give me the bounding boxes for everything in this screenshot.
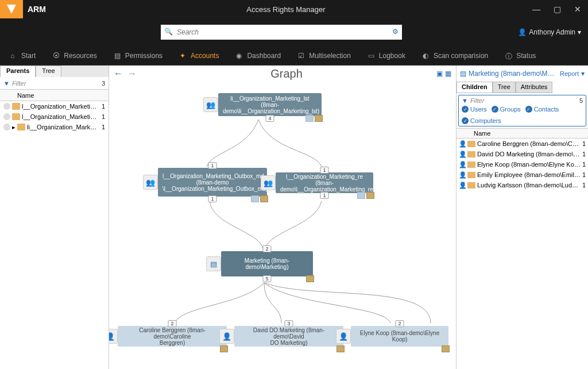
user-icon: 👤 — [518, 28, 527, 36]
user-menu[interactable]: 👤 Anthony Admin ▾ — [518, 28, 581, 36]
folder-icon — [467, 172, 475, 178]
right-title: Marketing (8man-demo\Ma… — [469, 70, 558, 78]
minimize-button[interactable]: — — [526, 0, 547, 18]
group-icon — [3, 124, 10, 130]
tab-parents[interactable]: Parents — [0, 66, 36, 77]
user-icon: 👤 — [219, 329, 234, 344]
chip-icon — [315, 115, 323, 122]
tab-children[interactable]: Children — [457, 82, 493, 93]
group-icon: 👥 — [261, 175, 276, 190]
nav-dashboard[interactable]: ◉Dashboard — [233, 49, 284, 62]
back-arrow-icon[interactable]: ← — [114, 68, 123, 79]
nav-permissions[interactable]: ▤Permissions — [111, 49, 166, 62]
tab-tree-right[interactable]: Tree — [493, 82, 516, 93]
graph-node-elyne[interactable]: 👤 2 Elyne Koop (8man-demo\Elyne Koop) — [351, 326, 448, 347]
chip-icon — [442, 345, 450, 352]
graph-tool-1-icon[interactable]: ▣ — [436, 70, 443, 78]
graph-node-re[interactable]: 👥 1 l__Organization_Marketing_re (8man-d… — [276, 172, 373, 193]
graph-panel: ← → Graph ▣ ▦ 👥 li__O — [109, 66, 456, 369]
graph-title: Graph — [137, 67, 436, 80]
user-icon: 👤 — [459, 151, 466, 158]
maximize-button[interactable]: ▢ — [547, 0, 567, 18]
node-child-count: 4 — [265, 115, 274, 122]
nav-logbook[interactable]: ▭Logbook — [365, 49, 409, 62]
filter-input-right[interactable]: Filter — [470, 97, 484, 104]
report-link[interactable]: Report — [560, 70, 579, 77]
table-row[interactable]: 👤Ludvig Karlsson (8man-demo\Ludvig…1 — [457, 180, 588, 190]
app-logo — [0, 0, 23, 18]
graph-node-marketing[interactable]: ▤ 2 Marketing (8man-demo\Marketing) 5 — [221, 251, 313, 276]
tab-attributes[interactable]: Attributes — [516, 82, 552, 93]
app-name: ARM — [28, 5, 46, 14]
user-icon: 👤 — [459, 171, 466, 179]
filter-count: 3 — [102, 80, 105, 87]
graph-node-outbox[interactable]: 👥 1 l__Organization_Marketing_Outbox_md(… — [158, 168, 267, 197]
nav-accounts[interactable]: ✦Accounts — [176, 49, 222, 62]
list-item[interactable]: l__Organization_Marketing_…1 — [0, 101, 109, 112]
folder-icon — [12, 103, 20, 110]
filter-icon: ▼ — [462, 97, 468, 104]
table-row[interactable]: 👤David DO Marketing (8man-demo\Da…1 — [457, 149, 588, 159]
folder-icon — [17, 124, 25, 130]
group-icon — [3, 103, 10, 110]
folder-icon — [467, 141, 475, 147]
gear-icon[interactable]: ⚙ — [392, 28, 399, 36]
node-child-count: 5 — [262, 275, 271, 282]
node-parent-count: 3 — [284, 320, 293, 327]
forward-arrow-icon[interactable]: → — [127, 68, 137, 79]
node-child-count: 1 — [208, 195, 216, 202]
search-input[interactable] — [161, 25, 402, 40]
list-item[interactable]: l__Organization_Marketing_…1 — [0, 112, 109, 122]
nav-start[interactable]: ⌂Start — [7, 49, 39, 62]
left-header: Name — [0, 90, 109, 101]
chip-icon — [306, 275, 314, 282]
tab-tree[interactable]: Tree — [36, 66, 61, 77]
chip-icon — [305, 115, 314, 122]
chip-contacts[interactable]: ✓Contacts — [525, 106, 559, 113]
node-parent-count: 1 — [208, 162, 216, 169]
table-row[interactable]: 👤Caroline Berggren (8man-demo\Caroli…1 — [457, 139, 588, 149]
titlebar: ARM Access Rights Manager — ▢ ✕ — [0, 0, 588, 18]
nav-status[interactable]: ⓘStatus — [502, 49, 539, 62]
node-child-count: 1 — [320, 192, 328, 199]
chip-icon — [357, 192, 365, 199]
chevron-down-icon[interactable]: ▾ — [581, 70, 585, 78]
server-icon: ▤ — [460, 70, 466, 78]
server-icon: ▤ — [206, 256, 221, 271]
chip-groups[interactable]: ✓Groups — [492, 106, 521, 113]
window-title: Access Rights Manager — [46, 5, 526, 14]
expand-icon[interactable]: ▸ — [12, 124, 16, 131]
table-row[interactable]: 👤Elyne Koop (8man-demo\Elyne Koop)1 — [457, 159, 588, 170]
right-header: Name — [457, 128, 588, 139]
user-icon: 👤 — [459, 140, 466, 148]
nav-resources[interactable]: ⦿Resources — [49, 49, 100, 62]
graph-node-caroline[interactable]: 👤 2 Caroline Berggren (8man-demo\Carolin… — [118, 326, 227, 347]
graph-node-david[interactable]: 👤 3 David DO Marketing (8man-demo\DavidD… — [234, 326, 343, 347]
node-parent-count: 2 — [395, 320, 404, 327]
filter-input-left[interactable]: Filter — [12, 80, 26, 87]
chip-users[interactable]: ✓Users — [462, 106, 487, 113]
group-icon — [3, 113, 10, 120]
filter-icon: ▼ — [3, 80, 10, 87]
graph-node-top[interactable]: 👥 li__Organization_Marketing_lst (8man-d… — [218, 93, 322, 116]
left-panel: Parents Tree ▼ Filter 3 Name l__Organiza… — [0, 66, 109, 369]
nav-scan-comparision[interactable]: ◐Scan comparision — [419, 49, 492, 62]
folder-icon — [467, 151, 475, 157]
folder-icon — [12, 113, 20, 120]
nav-bar: ⌂Start ⦿Resources ▤Permissions ✦Accounts… — [0, 46, 588, 66]
graph-tool-2-icon[interactable]: ▦ — [445, 70, 451, 78]
search-icon: 🔍 — [164, 28, 173, 36]
chip-icon — [251, 195, 259, 202]
node-parent-count: 2 — [168, 320, 176, 327]
close-button[interactable]: ✕ — [567, 0, 588, 18]
node-parent-count: 1 — [320, 167, 328, 174]
chip-icon — [220, 345, 228, 352]
nav-multiselection[interactable]: ☑Multiselection — [295, 49, 354, 62]
list-item[interactable]: ▸li__Organization_Marketing…1 — [0, 122, 109, 132]
user-icon: 👤 — [459, 161, 466, 168]
search-row: 🔍 ⚙ 👤 Anthony Admin ▾ — [0, 18, 588, 46]
chip-computers[interactable]: ✓Computers — [462, 117, 501, 124]
group-icon: 👥 — [203, 97, 218, 112]
folder-icon — [467, 182, 475, 189]
table-row[interactable]: 👤Emily Employee (8man-demo\Emily E…1 — [457, 170, 588, 180]
